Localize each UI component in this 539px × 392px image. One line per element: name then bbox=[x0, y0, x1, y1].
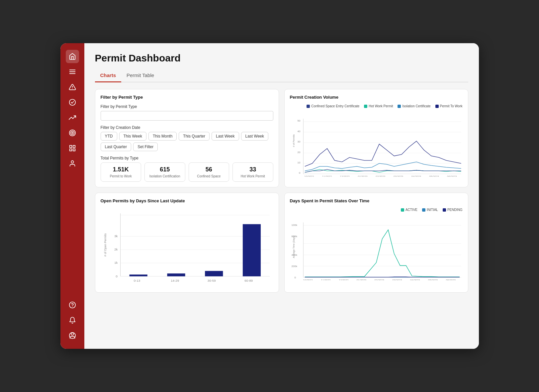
svg-text:0-13: 0-13 bbox=[134, 279, 140, 282]
check-circle-icon[interactable] bbox=[66, 96, 79, 109]
svg-text:10: 10 bbox=[297, 161, 300, 164]
help-icon[interactable] bbox=[66, 298, 79, 312]
permit-stat-0: 1.51K Permit to Work bbox=[101, 162, 141, 182]
svg-text:01/2023: 01/2023 bbox=[358, 175, 368, 177]
tabs: Charts Permit Table bbox=[95, 70, 468, 82]
filter-this-week[interactable]: This Week bbox=[119, 132, 146, 141]
bar-chart-svg: 0 1k 2k 3k 0-13 14-29 30-59 bbox=[101, 208, 273, 287]
svg-rect-51 bbox=[129, 274, 147, 276]
days-chart-legend: ACTIVE INITIAL PENDING bbox=[290, 208, 463, 212]
svg-text:# of Open Permits: # of Open Permits bbox=[104, 233, 107, 256]
svg-text:06/2023: 06/2023 bbox=[447, 175, 457, 177]
legend-confined-space: Confined Space Entry Certificate bbox=[307, 104, 359, 108]
svg-rect-10 bbox=[73, 146, 75, 147]
svg-text:Average Time (Days): Average Time (Days) bbox=[293, 236, 295, 258]
permit-stat-label-0: Permit to Work bbox=[110, 174, 132, 178]
filter-this-month[interactable]: This Month bbox=[148, 132, 177, 141]
volume-chart-card: Permit Creation Volume Confined Space En… bbox=[284, 89, 468, 187]
volume-chart-svg: 0 10 20 30 40 50 bbox=[290, 111, 463, 177]
svg-text:60-89: 60-89 bbox=[244, 279, 253, 282]
filter-this-quarter[interactable]: This Quarter bbox=[179, 132, 210, 141]
svg-rect-54 bbox=[242, 224, 260, 276]
svg-text:02/2023: 02/2023 bbox=[374, 279, 384, 280]
permit-stat-1: 615 Isolation Certification bbox=[144, 162, 185, 182]
alert-triangle-icon[interactable] bbox=[66, 80, 79, 94]
svg-text:20: 20 bbox=[297, 151, 300, 154]
svg-rect-11 bbox=[69, 149, 71, 151]
svg-text:14-29: 14-29 bbox=[171, 279, 179, 282]
filter-last-week[interactable]: Last Week bbox=[212, 132, 239, 141]
bell-icon[interactable] bbox=[66, 314, 79, 327]
svg-text:200k: 200k bbox=[291, 265, 297, 268]
svg-text:0: 0 bbox=[294, 276, 296, 279]
filter-ytd[interactable]: YTD bbox=[101, 132, 117, 141]
svg-text:2k: 2k bbox=[114, 247, 118, 251]
main-content: Permit Dashboard Charts Permit Table Fil… bbox=[84, 43, 479, 349]
permit-stat-label-3: Hot Work Permit bbox=[241, 174, 265, 178]
svg-rect-53 bbox=[205, 271, 223, 276]
svg-text:0: 0 bbox=[299, 171, 300, 174]
svg-text:1k: 1k bbox=[114, 261, 118, 264]
svg-text:12/2022: 12/2022 bbox=[339, 279, 349, 280]
permit-stat-value-2: 56 bbox=[206, 166, 212, 173]
svg-text:03/2023: 03/2023 bbox=[392, 279, 402, 280]
tab-permit-table[interactable]: Permit Table bbox=[121, 70, 159, 82]
svg-text:50: 50 bbox=[297, 119, 300, 122]
permit-stat-value-0: 1.51K bbox=[113, 166, 129, 173]
permit-stat-value-1: 615 bbox=[160, 166, 170, 173]
svg-text:10/2022: 10/2022 bbox=[303, 279, 313, 280]
user-icon[interactable] bbox=[66, 157, 79, 170]
page-title: Permit Dashboard bbox=[95, 52, 468, 64]
permit-stat-label-1: Isolation Certification bbox=[149, 174, 180, 178]
filter-last-week-2[interactable]: Last Week bbox=[241, 132, 268, 141]
filter-set-filter[interactable]: Set Filter bbox=[133, 143, 158, 151]
sidebar bbox=[60, 43, 84, 349]
legend-isolation: Isolation Certificate bbox=[398, 104, 430, 108]
permit-stat-value-3: 33 bbox=[249, 166, 256, 173]
permit-stats: 1.51K Permit to Work 615 Isolation Certi… bbox=[101, 162, 273, 182]
svg-point-8 bbox=[72, 132, 73, 134]
svg-text:11/2022: 11/2022 bbox=[321, 279, 331, 280]
permit-type-input[interactable] bbox=[101, 111, 273, 121]
days-chart-card: Days Spent in Permit States Over Time AC… bbox=[284, 193, 468, 293]
svg-text:05/2023: 05/2023 bbox=[429, 175, 439, 177]
profile-icon[interactable] bbox=[66, 329, 79, 342]
target-icon[interactable] bbox=[66, 126, 79, 140]
svg-text:06/2023: 06/2023 bbox=[446, 279, 456, 280]
filter-card-title: Filter by Permit Type bbox=[101, 95, 273, 100]
filter-last-quarter[interactable]: Last Quarter bbox=[101, 143, 132, 151]
svg-text:0: 0 bbox=[116, 274, 118, 278]
svg-text:11/2022: 11/2022 bbox=[322, 175, 332, 177]
bar-chart-title: Open Permits by Days Since Last Update bbox=[101, 198, 273, 203]
svg-rect-52 bbox=[167, 273, 185, 276]
svg-point-7 bbox=[70, 131, 74, 135]
permit-type-label: Filter by Permit Type bbox=[101, 104, 273, 109]
svg-rect-9 bbox=[69, 146, 71, 147]
grid-icon[interactable] bbox=[66, 142, 79, 155]
svg-text:# of Permits: # of Permits bbox=[293, 134, 295, 147]
svg-text:02/2023: 02/2023 bbox=[376, 175, 386, 177]
svg-text:100k: 100k bbox=[291, 224, 297, 227]
legend-hot-work: Hot Work Permit bbox=[364, 104, 393, 108]
home-icon[interactable] bbox=[66, 50, 79, 63]
svg-point-17 bbox=[71, 333, 73, 335]
analytics-icon[interactable] bbox=[66, 111, 79, 124]
menu-icon[interactable] bbox=[66, 65, 79, 78]
volume-chart-legend: Confined Space Entry Certificate Hot Wor… bbox=[290, 104, 463, 108]
svg-text:3k: 3k bbox=[114, 234, 118, 238]
permit-stat-2: 56 Confined Space bbox=[189, 162, 229, 182]
date-label: Filter by Creation Date bbox=[101, 125, 273, 130]
svg-point-5 bbox=[69, 99, 75, 105]
volume-chart-title: Permit Creation Volume bbox=[290, 95, 463, 100]
permit-stat-3: 33 Hot Work Permit bbox=[232, 162, 273, 182]
bar-chart-card: Open Permits by Days Since Last Update 0… bbox=[95, 193, 279, 293]
svg-text:05/2023: 05/2023 bbox=[428, 279, 438, 280]
svg-text:03/2023: 03/2023 bbox=[393, 175, 403, 177]
tab-charts[interactable]: Charts bbox=[95, 70, 122, 82]
legend-active: ACTIVE bbox=[401, 208, 417, 212]
svg-point-13 bbox=[71, 161, 73, 163]
svg-rect-12 bbox=[73, 149, 75, 151]
permit-stat-label-2: Confined Space bbox=[197, 174, 221, 178]
svg-text:30-59: 30-59 bbox=[207, 279, 216, 282]
svg-text:12/2022: 12/2022 bbox=[340, 175, 350, 177]
